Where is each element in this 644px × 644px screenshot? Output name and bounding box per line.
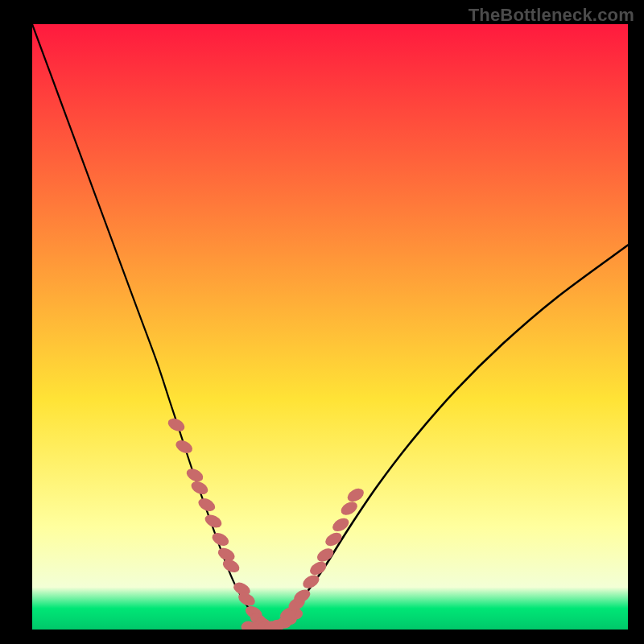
- beads-group: [166, 416, 366, 630]
- bead-marker: [330, 515, 351, 534]
- bead-marker: [323, 530, 344, 548]
- chart-stage: TheBottleneck.com: [0, 0, 644, 644]
- bead-marker: [345, 485, 366, 504]
- curve-left-branch: [32, 24, 265, 625]
- curve-layer: [32, 24, 628, 630]
- bead-marker: [315, 546, 336, 564]
- bead-marker: [210, 530, 231, 548]
- bead-marker: [184, 466, 205, 484]
- plot-area: [32, 24, 628, 630]
- bead-marker: [174, 438, 195, 456]
- watermark-text: TheBottleneck.com: [469, 5, 634, 26]
- bead-marker: [189, 479, 210, 497]
